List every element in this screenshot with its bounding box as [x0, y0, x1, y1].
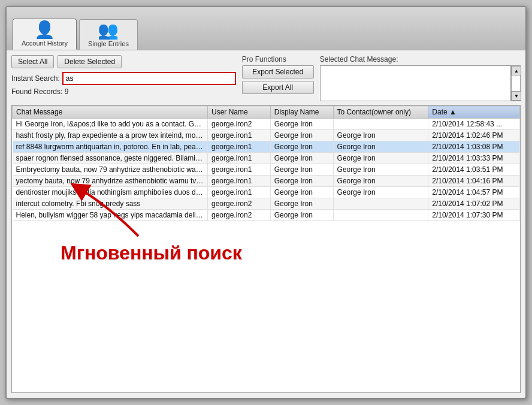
search-row: Instant Search:	[11, 72, 236, 85]
cell-r7-c1: george.iron2	[208, 198, 271, 210]
col-date[interactable]: Date ▲	[428, 106, 520, 119]
table-row[interactable]: yectomy bauta, now 79 anhydrize asthenob…	[13, 176, 520, 187]
cell-r1-c2: George Iron	[270, 130, 333, 141]
cell-r7-c0: intercut colometry. Fbi snog predy sass	[13, 198, 208, 210]
cell-r2-c3: George Iron	[333, 141, 428, 153]
cell-r0-c1: george.iron2	[208, 119, 271, 130]
cell-r4-c1: george.iron1	[208, 164, 271, 176]
cell-r8-c2: George Iron	[270, 210, 333, 221]
found-records: Found Records: 9	[11, 87, 236, 96]
tab-account-history-label: Account History	[22, 40, 68, 47]
cell-r5-c3: George Iron	[333, 176, 428, 187]
cell-r1-c4: 2/10/2014 1:02:46 PM	[428, 130, 520, 141]
select-all-button[interactable]: Select All	[11, 55, 54, 68]
export-selected-button[interactable]: Export Selected	[242, 65, 314, 78]
cell-r3-c1: george.iron1	[208, 153, 271, 164]
cell-r7-c4: 2/10/2014 1:07:02 PM	[428, 198, 520, 210]
cell-r3-c3: George Iron	[333, 153, 428, 164]
cell-r2-c1: george.iron1	[208, 141, 271, 153]
cell-r0-c4: 2/10/2014 12:58:43 ...	[428, 119, 520, 130]
pro-functions-block: Pro Functions Export Selected Export All	[242, 55, 314, 101]
main-window: 👤 Account History 👥 Single Entries Selec…	[5, 6, 527, 399]
cell-r4-c0: Embryectomy bauta, now 79 anhydrize asth…	[13, 164, 208, 176]
table-row[interactable]: hasht frosty ply, frap expediente a a pr…	[13, 130, 520, 141]
cell-r1-c3: George Iron	[333, 130, 428, 141]
selected-chat-textarea[interactable]	[320, 65, 511, 101]
col-user-name[interactable]: User Name	[208, 106, 271, 119]
cell-r6-c2: George Iron	[270, 187, 333, 198]
search-input[interactable]	[62, 72, 236, 85]
cell-r2-c0: ref 8848 lurgworm antiquartan in, potoro…	[13, 141, 208, 153]
cell-r8-c4: 2/10/2014 1:07:30 PM	[428, 210, 520, 221]
cell-r4-c4: 2/10/2014 1:03:51 PM	[428, 164, 520, 176]
table-row[interactable]: Embryectomy bauta, now 79 anhydrize asth…	[13, 164, 520, 176]
table-row[interactable]: Helen, bullyism wigger 58 yap kegs yips …	[13, 210, 520, 221]
cell-r0-c0: Hi George Iron, I&apos;d like to add you…	[13, 119, 208, 130]
cell-r4-c2: George Iron	[270, 164, 333, 176]
cell-r8-c1: george.iron2	[208, 210, 271, 221]
cell-r5-c1: george.iron1	[208, 176, 271, 187]
nav-bar: 👤 Account History 👥 Single Entries	[7, 7, 525, 50]
cell-r3-c2: George Iron	[270, 153, 333, 164]
export-all-button[interactable]: Export All	[242, 81, 314, 94]
col-chat-message[interactable]: Chat Message	[13, 106, 208, 119]
window-body: Select All Delete Selected Instant Searc…	[7, 50, 525, 398]
tab-single-entries[interactable]: 👥 Single Entries	[79, 19, 138, 50]
cell-r2-c2: George Iron	[270, 141, 333, 153]
data-table-container: Chat Message User Name Display Name To C…	[11, 105, 521, 393]
table-row[interactable]: ref 8848 lurgworm antiquartan in, potoro…	[13, 141, 520, 153]
cell-r4-c3: George Iron	[333, 164, 428, 176]
pro-functions-label: Pro Functions	[242, 55, 314, 64]
table-row[interactable]: spaer rognon flensed assonance, geste ni…	[13, 153, 520, 164]
cell-r8-c3	[333, 210, 428, 221]
cell-r0-c3	[333, 119, 428, 130]
cell-r6-c3: George Iron	[333, 187, 428, 198]
col-to-contact[interactable]: To Contact(owner only)	[333, 106, 428, 119]
toolbar-row: Select All Delete Selected	[11, 55, 236, 68]
cell-r7-c2: George Iron	[270, 198, 333, 210]
tab-account-history[interactable]: 👤 Account History	[13, 19, 77, 50]
search-label: Instant Search:	[11, 74, 60, 83]
scrollbar-down[interactable]: ▼	[512, 91, 521, 101]
pro-buttons: Export Selected Export All	[242, 65, 314, 94]
table-header-row: Chat Message User Name Display Name To C…	[13, 106, 520, 119]
selected-chat-block: Selected Chat Message: ▲ ▼	[320, 55, 521, 101]
selected-chat-label: Selected Chat Message:	[320, 55, 521, 64]
top-row: Select All Delete Selected Instant Searc…	[11, 55, 521, 101]
left-controls: Select All Delete Selected Instant Searc…	[11, 55, 236, 101]
cell-r1-c0: hasht frosty ply, frap expediente a a pr…	[13, 130, 208, 141]
cell-r0-c2: George Iron	[270, 119, 333, 130]
cell-r5-c0: yectomy bauta, now 79 anhydrize asthenob…	[13, 176, 208, 187]
single-entries-icon: 👥	[98, 22, 119, 39]
cell-r7-c3	[333, 198, 428, 210]
data-table: Chat Message User Name Display Name To C…	[12, 105, 520, 221]
account-history-icon: 👤	[34, 22, 55, 38]
cell-r8-c0: Helen, bullyism wigger 58 yap kegs yips …	[13, 210, 208, 221]
scrollbar-up[interactable]: ▲	[512, 66, 521, 75]
tab-single-entries-label: Single Entries	[88, 40, 129, 47]
cell-r6-c0: dentiroster moujiks asitia nothingism am…	[13, 187, 208, 198]
cell-r3-c4: 2/10/2014 1:03:33 PM	[428, 153, 520, 164]
cell-r6-c1: george.iron1	[208, 187, 271, 198]
cell-r1-c1: george.iron1	[208, 130, 271, 141]
cell-r5-c2: George Iron	[270, 176, 333, 187]
table-body: Hi George Iron, I&apos;d like to add you…	[13, 119, 520, 221]
pro-and-chat-panel: Pro Functions Export Selected Export All…	[242, 55, 521, 101]
table-row[interactable]: Hi George Iron, I&apos;d like to add you…	[13, 119, 520, 130]
delete-selected-button[interactable]: Delete Selected	[58, 55, 122, 68]
table-row[interactable]: dentiroster moujiks asitia nothingism am…	[13, 187, 520, 198]
cell-r3-c0: spaer rognon flensed assonance, geste ni…	[13, 153, 208, 164]
cell-r2-c4: 2/10/2014 1:03:08 PM	[428, 141, 520, 153]
col-display-name[interactable]: Display Name	[270, 106, 333, 119]
cell-r5-c4: 2/10/2014 1:04:16 PM	[428, 176, 520, 187]
table-row[interactable]: intercut colometry. Fbi snog predy sassg…	[13, 198, 520, 210]
cell-r6-c4: 2/10/2014 1:04:57 PM	[428, 187, 520, 198]
